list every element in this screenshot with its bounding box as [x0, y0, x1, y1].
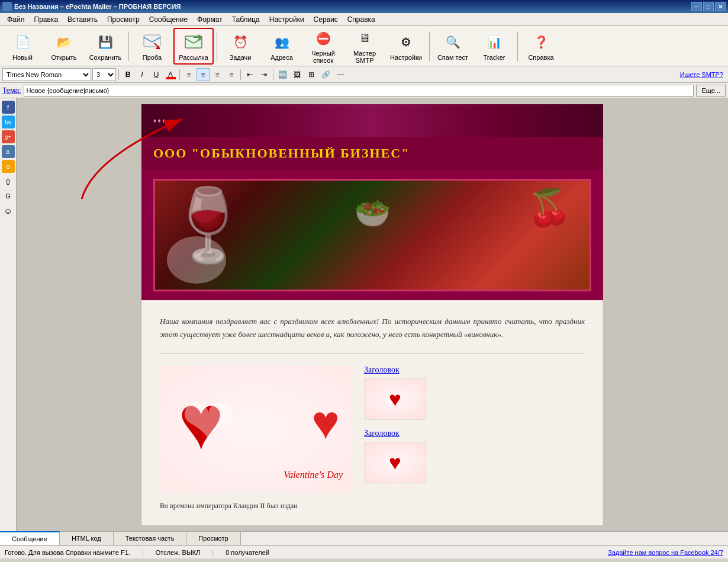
blacklist-label: Черный список: [304, 50, 343, 64]
more-button[interactable]: Еще...: [696, 85, 726, 97]
smtp-button[interactable]: 🖥 Мастер SMTP: [344, 28, 385, 65]
sidebar-vk-icon[interactable]: в: [2, 145, 15, 158]
header-decorative: ♦ ♦ ♦: [153, 117, 165, 124]
footer-text: Во времена императора Клавдия II был изд…: [160, 502, 585, 510]
font-size-select[interactable]: 3: [92, 68, 116, 81]
link-button[interactable]: 🔗: [319, 68, 333, 81]
settings-button[interactable]: ⚙ Настройки: [386, 28, 426, 65]
indent-decrease-button[interactable]: ⇤: [243, 68, 256, 81]
settings-icon: ⚙: [395, 31, 417, 53]
new-label: Новый: [12, 54, 33, 61]
toolbar-sep-1: [128, 31, 129, 61]
status-bar: Готово. Для вызова Справки нажмите F1. |…: [0, 545, 728, 558]
content-area[interactable]: ♦ ♦ ♦ ООО "ОБЫКНОВЕННЫЙ БИЗНЕС" 🍷 🍒 🥗: [17, 98, 728, 531]
maximize-button[interactable]: □: [703, 2, 714, 11]
table-insert-button[interactable]: ⊞: [305, 68, 318, 81]
addresses-icon: 👥: [271, 31, 292, 53]
side-item-1: Заголовок ♥ ♥: [364, 365, 585, 420]
format-sep-2: [179, 69, 180, 80]
format-bar: Times New Roman 3 B I U A ≡ ≡ ≡ ≡ ⇤ ⇥ 🔤 …: [0, 66, 728, 83]
menu-format[interactable]: Формат: [192, 14, 227, 25]
font-name-select[interactable]: Times New Roman: [2, 68, 91, 81]
menu-table[interactable]: Таблица: [227, 14, 265, 25]
rassylka-button[interactable]: Рассылка: [173, 28, 214, 65]
hearts-image: ♥ ♥ Valentine's Day ❤: [160, 365, 352, 493]
align-right-button[interactable]: ≡: [211, 68, 224, 81]
help-icon: ❓: [530, 31, 552, 53]
tasks-label: Задачи: [230, 54, 252, 61]
indent-increase-button[interactable]: ⇥: [257, 68, 270, 81]
left-sidebar: f tw g+ в o {} G ☺: [0, 98, 17, 531]
close-button[interactable]: ✕: [715, 2, 726, 11]
help-button[interactable]: ❓ Справка: [521, 28, 561, 65]
bold-button[interactable]: B: [121, 68, 134, 81]
justify-button[interactable]: ≡: [225, 68, 238, 81]
tasks-icon: ⏰: [230, 31, 251, 53]
spamtest-icon: 🔍: [442, 31, 463, 53]
tracking-status: Отслеж. ВЫКЛ: [156, 549, 201, 556]
facebook-support-link[interactable]: Задайте нам вопрос на Facebook 24/7: [608, 549, 723, 556]
addresses-label: Адреса: [270, 54, 293, 61]
spamtest-label: Спам тест: [437, 54, 468, 61]
title-bar: Без Названия – ePochta Mailer – ПРОБНАЯ …: [0, 0, 728, 13]
italic-button[interactable]: I: [136, 68, 149, 81]
blacklist-button[interactable]: ⛔ Черный список: [303, 28, 343, 65]
smtp-icon: 🖥: [354, 28, 375, 49]
color-button[interactable]: A: [164, 68, 177, 81]
menu-file[interactable]: Файл: [2, 14, 30, 25]
food-photo: 🍷 🍒 🥗: [153, 179, 591, 291]
thumb-1: ♥ ♥: [364, 378, 426, 420]
tab-html[interactable]: HTML код: [60, 531, 114, 545]
save-button[interactable]: 💾 Сохранить: [85, 28, 125, 65]
valentines-text: Valentine's Day: [284, 470, 343, 480]
spamtest-button[interactable]: 🔍 Спам тест: [433, 28, 473, 65]
tab-message[interactable]: Сообщение: [0, 531, 60, 545]
open-label: Открыть: [51, 54, 76, 61]
tracker-icon: 📊: [484, 31, 505, 53]
subject-label[interactable]: Тема:: [2, 86, 21, 95]
sidebar-code-icon[interactable]: {}: [2, 175, 15, 188]
smtp-link[interactable]: Ищете SMTP?: [680, 71, 723, 78]
menu-help[interactable]: Справка: [343, 14, 380, 25]
subject-input[interactable]: [24, 85, 694, 97]
menu-service[interactable]: Сервис: [309, 14, 343, 25]
window-title: Без Названия – ePochta Mailer – ПРОБНАЯ …: [14, 3, 691, 10]
sidebar-smile-icon[interactable]: ☺: [2, 204, 15, 217]
email-body: Наша компания поздравляет вас с праздник…: [141, 300, 603, 525]
tab-preview[interactable]: Просмотр: [186, 531, 240, 545]
heading-2[interactable]: Заголовок: [364, 429, 585, 438]
tasks-button[interactable]: ⏰ Задачи: [220, 28, 260, 65]
menu-message[interactable]: Сообщение: [144, 14, 192, 25]
variable-button[interactable]: 🔤: [276, 68, 289, 81]
minimize-button[interactable]: ─: [691, 2, 702, 11]
proba-button[interactable]: Проба: [132, 28, 172, 65]
image-button[interactable]: 🖼: [291, 68, 304, 81]
underline-button[interactable]: U: [150, 68, 163, 81]
align-center-button[interactable]: ≡: [197, 68, 210, 81]
sidebar-twitter-icon[interactable]: tw: [2, 115, 15, 129]
rassylka-label: Рассылка: [179, 54, 208, 61]
sidebar-ok-icon[interactable]: o: [2, 160, 15, 173]
addresses-button[interactable]: 👥 Адреса: [262, 28, 302, 65]
divider-button[interactable]: —: [334, 68, 347, 81]
sidebar-google-icon[interactable]: G: [2, 190, 15, 203]
menu-insert[interactable]: Вставить: [63, 14, 102, 25]
menu-view[interactable]: Просмотр: [102, 14, 144, 25]
tracker-button[interactable]: 📊 Tracker: [474, 28, 514, 65]
menu-edit[interactable]: Правка: [30, 14, 63, 25]
window-controls: ─ □ ✕: [691, 2, 726, 11]
ready-text: Готово. Для вызова Справки нажмите F1.: [5, 549, 130, 556]
sidebar-googleplus-icon[interactable]: g+: [2, 130, 15, 143]
save-icon: 💾: [95, 31, 116, 53]
heading-1[interactable]: Заголовок: [364, 365, 585, 375]
sidebar-facebook-icon[interactable]: f: [2, 101, 15, 114]
tab-text[interactable]: Текстовая часть: [114, 531, 187, 545]
open-button[interactable]: 📂 Открыть: [44, 28, 84, 65]
company-banner: ООО "ОБЫКНОВЕННЫЙ БИЗНЕС": [141, 137, 603, 170]
toolbar-sep-2: [217, 31, 217, 61]
menu-settings[interactable]: Настройки: [265, 14, 309, 25]
subject-bar: Тема: Еще...: [0, 83, 728, 98]
berries-decoration: 🍒: [527, 187, 572, 229]
align-left-button[interactable]: ≡: [182, 68, 195, 81]
new-button[interactable]: 📄 Новый: [2, 28, 43, 65]
